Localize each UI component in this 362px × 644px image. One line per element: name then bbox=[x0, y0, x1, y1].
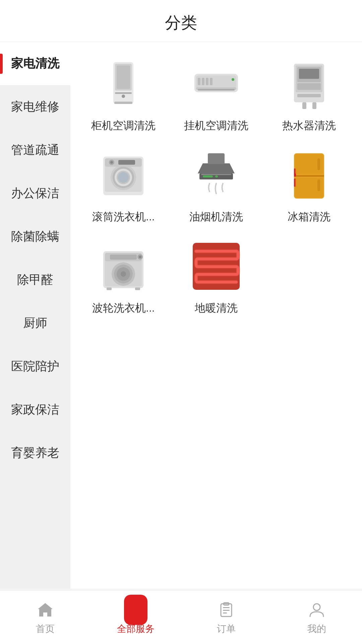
svg-rect-47 bbox=[295, 178, 323, 198]
svg-rect-67 bbox=[223, 610, 230, 611]
svg-rect-11 bbox=[206, 78, 208, 85]
wall-ac-label: 挂机空调清洗 bbox=[184, 118, 248, 133]
sidebar-item-yiyuan-peihoo[interactable]: 医院陪护 bbox=[0, 345, 70, 388]
nav-orders[interactable]: 订单 bbox=[181, 600, 272, 635]
sidebar-item-yuying-yanglao[interactable]: 育婴养老 bbox=[0, 431, 70, 475]
floor-heating-icon bbox=[188, 238, 245, 295]
svg-rect-20 bbox=[312, 102, 316, 109]
water-heater-label: 热水器清洗 bbox=[282, 118, 336, 133]
cabinet-ac-icon bbox=[95, 55, 152, 112]
svg-rect-59 bbox=[135, 287, 140, 290]
sidebar-item-jiadian-weixiu[interactable]: 家电维修 bbox=[0, 85, 70, 128]
refrigerator-icon bbox=[281, 147, 338, 204]
svg-point-70 bbox=[313, 604, 320, 610]
drum-washer-label: 滚筒洗衣机... bbox=[92, 210, 155, 224]
service-drum-washer[interactable]: 滚筒洗衣机... bbox=[80, 147, 167, 224]
svg-rect-62 bbox=[137, 602, 143, 608]
wave-washer-label: 波轮洗衣机... bbox=[92, 301, 155, 316]
svg-rect-21 bbox=[297, 94, 321, 97]
svg-rect-66 bbox=[223, 607, 230, 608]
drum-washer-icon bbox=[95, 147, 152, 204]
svg-rect-38 bbox=[208, 153, 225, 164]
home-icon bbox=[34, 600, 57, 620]
nav-mine-label: 我的 bbox=[307, 623, 326, 635]
svg-point-29 bbox=[118, 172, 129, 183]
grid-icon bbox=[124, 600, 147, 620]
service-range-hood[interactable]: 油烟机清洗 bbox=[173, 147, 259, 224]
sidebar-item-guandao-shutong[interactable]: 管道疏通 bbox=[0, 128, 70, 172]
svg-rect-64 bbox=[137, 611, 143, 618]
svg-point-13 bbox=[232, 78, 234, 81]
svg-rect-33 bbox=[118, 160, 135, 165]
svg-rect-39 bbox=[201, 174, 231, 175]
service-floor-heating[interactable]: 地暖清洗 bbox=[173, 238, 259, 316]
user-icon bbox=[305, 600, 328, 620]
sidebar-item-chushi[interactable]: 厨师 bbox=[0, 302, 70, 345]
sidebar-item-bangong-baojie[interactable]: 办公保洁 bbox=[0, 172, 70, 215]
page-title: 分类 bbox=[165, 14, 197, 32]
sidebar-item-chujun-chuman[interactable]: 除菌除螨 bbox=[0, 215, 70, 258]
page-header: 分类 bbox=[0, 0, 362, 42]
svg-rect-12 bbox=[210, 78, 213, 85]
wall-ac-icon bbox=[188, 55, 245, 112]
wave-washer-icon bbox=[95, 238, 152, 295]
svg-rect-5 bbox=[114, 102, 132, 104]
service-content: 柜机空调清洗 bbox=[70, 42, 362, 589]
svg-rect-63 bbox=[128, 611, 134, 618]
range-hood-label: 油烟机清洗 bbox=[189, 210, 243, 224]
svg-rect-19 bbox=[302, 102, 306, 109]
service-wave-washer[interactable]: 波轮洗衣机... bbox=[80, 238, 167, 316]
svg-rect-3 bbox=[115, 92, 132, 94]
svg-rect-51 bbox=[110, 255, 137, 260]
sidebar-item-chujiaquan[interactable]: 除甲醛 bbox=[0, 258, 70, 302]
nav-mine[interactable]: 我的 bbox=[272, 600, 362, 635]
svg-rect-36 bbox=[203, 175, 213, 177]
service-grid: 柜机空调清洗 bbox=[80, 55, 352, 316]
range-hood-icon bbox=[188, 147, 245, 204]
svg-rect-61 bbox=[128, 602, 134, 608]
svg-rect-46 bbox=[295, 154, 323, 174]
nav-all-services[interactable]: 全部服务 bbox=[90, 600, 181, 635]
nav-orders-label: 订单 bbox=[217, 623, 236, 635]
service-wall-ac[interactable]: 挂机空调清洗 bbox=[173, 55, 259, 133]
svg-rect-58 bbox=[107, 287, 112, 290]
svg-rect-68 bbox=[223, 612, 227, 613]
svg-rect-2 bbox=[117, 65, 130, 89]
sidebar-item-jiadian-qingxi[interactable]: 家电清洗 bbox=[0, 42, 70, 85]
svg-rect-18 bbox=[299, 69, 319, 79]
svg-rect-10 bbox=[202, 78, 204, 85]
refrigerator-label: 冰箱清洗 bbox=[288, 210, 330, 224]
floor-heating-label: 地暖清洗 bbox=[195, 301, 238, 316]
sidebar: 家电清洗 家电维修 管道疏通 办公保洁 除菌除螨 除甲醛 厨师 医院陪护 家政保… bbox=[0, 42, 70, 589]
water-heater-icon bbox=[281, 55, 338, 112]
svg-rect-14 bbox=[198, 89, 235, 91]
svg-point-57 bbox=[121, 271, 126, 277]
nav-all-services-label: 全部服务 bbox=[117, 623, 155, 635]
cabinet-ac-label: 柜机空调清洗 bbox=[91, 118, 156, 133]
bottom-navigation: 首页 全部服务 bbox=[0, 590, 362, 644]
order-icon bbox=[215, 600, 238, 620]
svg-rect-22 bbox=[297, 83, 321, 90]
service-cabinet-ac[interactable]: 柜机空调清洗 bbox=[80, 55, 167, 133]
sidebar-item-jizheng-baojie[interactable]: 家政保洁 bbox=[0, 388, 70, 431]
main-layout: 家电清洗 家电维修 管道疏通 办公保洁 除菌除螨 除甲醛 厨师 医院陪护 家政保… bbox=[0, 42, 362, 589]
svg-point-53 bbox=[139, 256, 141, 258]
svg-rect-41 bbox=[294, 175, 324, 177]
svg-rect-37 bbox=[215, 175, 218, 177]
svg-point-32 bbox=[110, 161, 113, 164]
nav-home[interactable]: 首页 bbox=[0, 600, 90, 635]
service-refrigerator[interactable]: 冰箱清洗 bbox=[266, 147, 352, 224]
service-water-heater[interactable]: 热水器清洗 bbox=[266, 55, 352, 133]
svg-rect-9 bbox=[198, 78, 200, 85]
svg-point-4 bbox=[122, 95, 125, 98]
nav-home-label: 首页 bbox=[36, 623, 55, 635]
svg-marker-34 bbox=[198, 163, 235, 173]
